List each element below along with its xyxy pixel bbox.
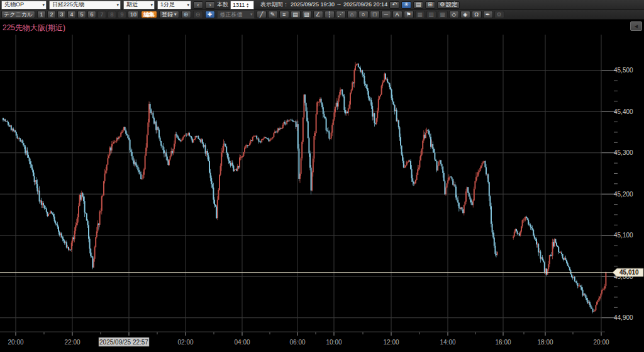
pencil-button[interactable]: ✎	[268, 11, 278, 18]
preset-button-10[interactable]: 10	[128, 11, 139, 18]
collapse-panel-button[interactable]: ◀	[630, 21, 642, 31]
print-button[interactable]: ▤	[413, 1, 423, 9]
zoom-out-icon: ⊖	[196, 12, 201, 18]
preset-button-2[interactable]: 2	[47, 11, 56, 18]
add-window-icon: ⊞	[428, 2, 433, 8]
bar-count-input[interactable]: 1311 ▲▼	[230, 1, 254, 9]
preset-button-1[interactable]: 1	[37, 11, 46, 18]
text-icon: A	[396, 12, 399, 18]
add-chart-button[interactable]: ✚	[205, 11, 215, 18]
pentagon-button[interactable]: ⌂	[347, 11, 357, 18]
speed-lines-button[interactable]: ⋰	[336, 11, 346, 18]
preset-button-6[interactable]: 6	[87, 11, 96, 18]
register-button[interactable]: 登録 ▾	[159, 11, 179, 18]
magnet-icon: Ω	[474, 12, 479, 18]
diamond-button[interactable]: ◇	[449, 11, 459, 18]
horizontal-lines-button[interactable]: ≡	[279, 11, 289, 18]
circle-button[interactable]: ○	[358, 11, 369, 18]
category-select[interactable]: 先物OP▾	[1, 1, 47, 9]
adjusted-price-select: 修正株価▾	[217, 10, 255, 19]
trendline-button[interactable]: ╱	[257, 11, 267, 18]
tool-settings-icon: ⚙	[497, 12, 502, 18]
preset-button-9: 9	[118, 11, 126, 18]
pattern3-icon: ▩	[440, 12, 445, 18]
preset-buttons: 12345678910	[37, 11, 139, 18]
vertical-lines-icon: ┆	[328, 12, 331, 18]
gear-icon: ⚙	[440, 2, 445, 8]
magnet-button[interactable]: Ω	[472, 11, 482, 18]
time-axis-label: 12:00	[383, 339, 399, 346]
pattern2-icon: ▥	[428, 12, 434, 18]
marker-button[interactable]: ✒	[483, 11, 493, 18]
chart-app-window: 45,50045,40045,30045,20045,10045,00044,9…	[0, 0, 644, 352]
marker-icon: ✒	[486, 12, 491, 18]
time-axis-label: 06:00	[289, 339, 305, 346]
preset-button-8: 8	[108, 11, 116, 18]
horizontal-segment-button[interactable]: ─	[381, 11, 391, 18]
price-axis-label: 45,300	[614, 149, 633, 156]
contract-month-select[interactable]: 期近▾	[123, 1, 155, 9]
price-axis-label: 45,400	[614, 108, 633, 115]
add-window-button[interactable]: ⊞	[425, 1, 435, 9]
horizontal-lines-icon: ≡	[282, 12, 286, 18]
analysis-button[interactable]: ✳	[401, 1, 411, 9]
timeframe-select[interactable]: 1分足▾	[157, 1, 191, 9]
eraser-button[interactable]: ◈	[460, 11, 470, 18]
trendline-icon: ╱	[260, 12, 263, 18]
edit-button[interactable]: 編集	[141, 11, 157, 18]
candlestick-chart[interactable]: 45,50045,40045,30045,20045,10045,00044,9…	[0, 0, 644, 352]
pentagon-icon: ⌂	[350, 12, 353, 18]
toolbar-icon-buttons: ↶✳▤⊞	[389, 1, 435, 9]
price-axis-label: 45,100	[614, 232, 633, 239]
flag-button[interactable]: ⚑	[404, 11, 414, 18]
current-price-tag-label: 45,010	[619, 269, 639, 276]
preset-button-4[interactable]: 4	[67, 11, 76, 18]
fan-lines-button[interactable]: ∠	[313, 11, 323, 18]
main-toolbar: 先物OP▾日経225先物▾期近▾1分足▾ ‹ › 本数 1311 ▲▼ 表示期間…	[0, 0, 644, 10]
technical-button[interactable]: テクニカル	[1, 11, 35, 18]
preset-button-5[interactable]: 5	[77, 11, 86, 18]
instrument-select[interactable]: 日経225先物▾	[49, 1, 121, 9]
time-axis-label: 04:00	[234, 339, 250, 346]
spinner-arrows-icon[interactable]: ▲▼	[246, 3, 249, 8]
text-button[interactable]: A	[392, 11, 402, 18]
flag-icon: ⚑	[406, 12, 411, 18]
time-axis-label: 14:00	[440, 339, 455, 346]
fan-lines-icon: ∠	[316, 12, 321, 18]
time-axis-label: 20:00	[593, 339, 609, 346]
time-axis-label: 02:00	[177, 339, 193, 346]
rectangle-button[interactable]: □	[370, 11, 380, 18]
bar-count-value: 1311	[233, 2, 245, 8]
parallel-lines-button[interactable]: ▤	[291, 11, 301, 18]
chevron-down-icon: ▾	[174, 12, 177, 17]
diamond-icon: ◇	[452, 12, 456, 18]
time-axis-label: 20:00	[8, 339, 23, 346]
trend-chart-button[interactable]: ▧	[302, 11, 312, 18]
preset-button-7: 7	[97, 11, 106, 18]
price-axis-label: 45,200	[614, 191, 633, 198]
vertical-lines-button[interactable]: ┆	[325, 11, 335, 18]
price-axis-label: 45,500	[614, 67, 633, 74]
pattern2-button: ▥	[426, 11, 436, 18]
time-axis-label: 16:00	[495, 339, 511, 346]
tool-settings-button: ⚙	[494, 11, 504, 18]
undo-icon: ↶	[392, 2, 397, 8]
eraser-icon: ◈	[463, 12, 467, 18]
undo-button[interactable]: ↶	[389, 1, 399, 9]
display-period-label: 表示期間：	[260, 1, 289, 9]
toolbar-selects: 先物OP▾日経225先物▾期近▾1分足▾	[1, 1, 191, 9]
pencil-icon: ✎	[270, 12, 275, 18]
prev-chart-button[interactable]: ‹	[193, 1, 203, 9]
pattern1-button: ▦	[415, 11, 425, 18]
next-chart-button[interactable]: ›	[205, 1, 215, 9]
drawing-toolbar: テクニカル 12345678910 編集 登録 ▾ ⊕ ⊖ ✚ 修正株価▾ ╱✎…	[0, 10, 644, 20]
plus-icon: ✚	[208, 12, 213, 18]
time-axis-label: 22:00	[64, 339, 80, 346]
drawing-tool-buttons: ╱✎≡▤▧∠┆⋰⌂○□─A⚑▦▥▩◇◈Ω✒⚙	[257, 11, 504, 18]
zoom-in-button[interactable]: ⊕	[181, 11, 191, 18]
parallel-lines-icon: ▤	[292, 12, 298, 18]
settings-button[interactable]: ⚙ 設定	[437, 1, 460, 9]
preset-button-3[interactable]: 3	[57, 11, 66, 18]
zoom-out-button: ⊖	[193, 11, 203, 18]
pattern1-icon: ▦	[417, 12, 423, 18]
